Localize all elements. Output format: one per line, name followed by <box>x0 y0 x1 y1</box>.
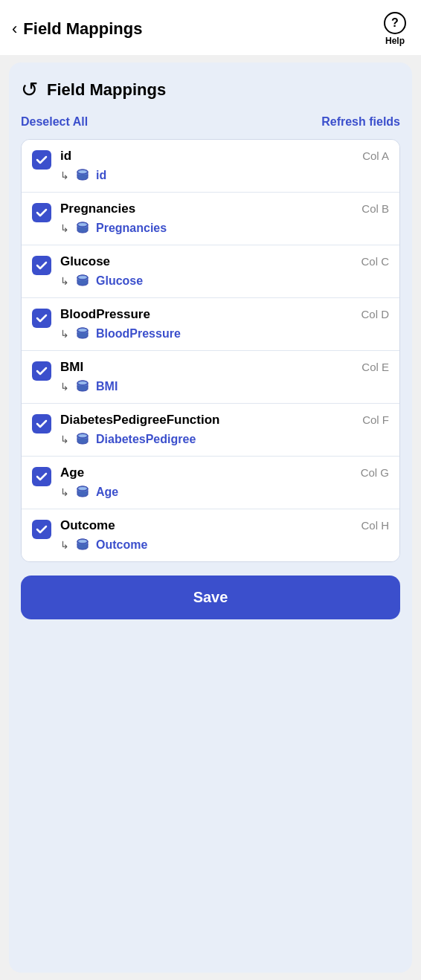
field-col: Col A <box>362 149 389 162</box>
arrow-icon: ↳ <box>60 381 69 393</box>
mapped-name: Glucose <box>96 274 143 288</box>
svg-point-17 <box>79 434 86 437</box>
mapped-name: Pregnancies <box>96 222 167 235</box>
field-name: Pregnancies <box>60 202 135 216</box>
svg-point-11 <box>79 329 86 332</box>
help-button[interactable]: ? Help <box>384 12 406 46</box>
field-mapping: ↳ DiabetesPedigree <box>60 431 389 448</box>
field-item-field-bloodpressure[interactable]: BloodPressure Col D ↳ BloodPr <box>22 298 399 351</box>
mapped-name: DiabetesPedigree <box>96 433 196 446</box>
field-item-field-bmi[interactable]: BMI Col E ↳ BMI <box>22 351 399 404</box>
arrow-icon: ↳ <box>60 433 69 445</box>
svg-point-14 <box>79 381 86 384</box>
field-name: BloodPressure <box>60 307 150 322</box>
field-col: Col H <box>361 519 389 532</box>
field-row-top: Outcome Col H <box>60 518 389 533</box>
save-button[interactable]: Save <box>21 576 400 619</box>
field-col: Col F <box>362 413 389 426</box>
field-name: id <box>60 149 71 164</box>
field-item-field-diabetespedigreefunction[interactable]: DiabetesPedigreeFunction Col F ↳ <box>22 404 399 457</box>
field-content-field-pregnancies: Pregnancies Col B ↳ Pregnanci <box>60 202 389 237</box>
arrow-icon: ↳ <box>60 539 69 551</box>
svg-point-2 <box>79 170 86 173</box>
help-label: Help <box>385 36 405 46</box>
arrow-icon: ↳ <box>60 486 69 498</box>
svg-point-23 <box>79 540 86 543</box>
field-item-field-pregnancies[interactable]: Pregnancies Col B ↳ Pregnanci <box>22 193 399 245</box>
db-icon <box>74 325 91 343</box>
field-content-field-id: id Col A ↳ id <box>60 149 389 184</box>
field-item-field-id[interactable]: id Col A ↳ id <box>22 140 399 193</box>
field-mapping: ↳ BMI <box>60 378 389 396</box>
svg-point-5 <box>79 223 86 226</box>
field-checkbox-field-diabetespedigreefunction[interactable] <box>32 414 51 433</box>
mapped-name: BloodPressure <box>96 327 181 341</box>
arrow-icon: ↳ <box>60 170 69 181</box>
svg-point-8 <box>79 276 86 279</box>
field-content-field-bmi: BMI Col E ↳ BMI <box>60 360 389 396</box>
field-content-field-bloodpressure: BloodPressure Col D ↳ BloodPr <box>60 307 389 343</box>
db-icon <box>74 272 91 290</box>
field-row-top: BloodPressure Col D <box>60 307 389 322</box>
field-mapping: ↳ BloodPressure <box>60 325 389 343</box>
db-icon <box>74 167 91 184</box>
card-header: ↺ Field Mappings <box>21 77 400 102</box>
field-checkbox-field-age[interactable] <box>32 467 51 486</box>
field-checkbox-field-id[interactable] <box>32 150 51 170</box>
actions-row: Deselect All Refresh fields <box>21 115 400 129</box>
db-icon <box>74 378 91 396</box>
field-mapping: ↳ Outcome <box>60 536 389 554</box>
mapped-name: id <box>96 169 106 182</box>
field-mapping: ↳ Glucose <box>60 272 389 290</box>
svg-point-20 <box>79 487 86 490</box>
field-col: Col B <box>361 202 389 215</box>
top-nav: ‹ Field Mappings ? Help <box>0 0 421 55</box>
mapped-name: Age <box>96 486 118 499</box>
mapped-name: BMI <box>96 380 118 393</box>
field-checkbox-field-glucose[interactable] <box>32 256 51 275</box>
field-item-field-age[interactable]: Age Col G ↳ Age <box>22 457 399 509</box>
field-mappings-icon: ↺ <box>21 77 38 102</box>
field-row-top: BMI Col E <box>60 360 389 375</box>
field-col: Col D <box>361 308 389 320</box>
db-icon <box>74 483 91 501</box>
main-card: ↺ Field Mappings Deselect All Refresh fi… <box>9 62 412 973</box>
field-content-field-age: Age Col G ↳ Age <box>60 465 389 501</box>
nav-left: ‹ Field Mappings <box>12 19 142 39</box>
field-checkbox-field-pregnancies[interactable] <box>32 203 51 222</box>
back-button[interactable]: ‹ <box>12 21 17 37</box>
db-icon <box>74 536 91 554</box>
refresh-fields-button[interactable]: Refresh fields <box>321 115 400 129</box>
field-row-top: Age Col G <box>60 465 389 480</box>
field-row-top: id Col A <box>60 149 389 164</box>
field-row-top: Glucose Col C <box>60 254 389 269</box>
help-icon: ? <box>384 12 406 34</box>
field-checkbox-field-bloodpressure[interactable] <box>32 309 51 328</box>
field-checkbox-field-bmi[interactable] <box>32 361 51 381</box>
field-content-field-glucose: Glucose Col C ↳ Glucose <box>60 254 389 290</box>
field-name: Glucose <box>60 254 110 269</box>
field-item-field-glucose[interactable]: Glucose Col C ↳ Glucose <box>22 245 399 298</box>
field-name: Age <box>60 465 84 480</box>
field-content-field-diabetespedigreefunction: DiabetesPedigreeFunction Col F ↳ <box>60 413 389 448</box>
field-mapping: ↳ Age <box>60 483 389 501</box>
field-col: Col G <box>361 466 389 479</box>
field-checkbox-field-outcome[interactable] <box>32 520 51 539</box>
field-list: id Col A ↳ id <box>21 139 400 562</box>
mapped-name: Outcome <box>96 538 147 552</box>
card-title: Field Mappings <box>47 80 166 100</box>
db-icon <box>74 219 91 237</box>
field-row-top: DiabetesPedigreeFunction Col F <box>60 413 389 428</box>
db-icon <box>74 431 91 448</box>
field-row-top: Pregnancies Col B <box>60 202 389 216</box>
arrow-icon: ↳ <box>60 328 69 340</box>
arrow-icon: ↳ <box>60 275 69 287</box>
field-name: DiabetesPedigreeFunction <box>60 413 219 428</box>
field-item-field-outcome[interactable]: Outcome Col H ↳ Outcome <box>22 509 399 561</box>
field-name: Outcome <box>60 518 115 533</box>
field-mapping: ↳ id <box>60 167 389 184</box>
field-col: Col C <box>361 255 389 268</box>
field-col: Col E <box>361 361 389 373</box>
deselect-all-button[interactable]: Deselect All <box>21 115 88 129</box>
page-title: Field Mappings <box>23 19 142 39</box>
